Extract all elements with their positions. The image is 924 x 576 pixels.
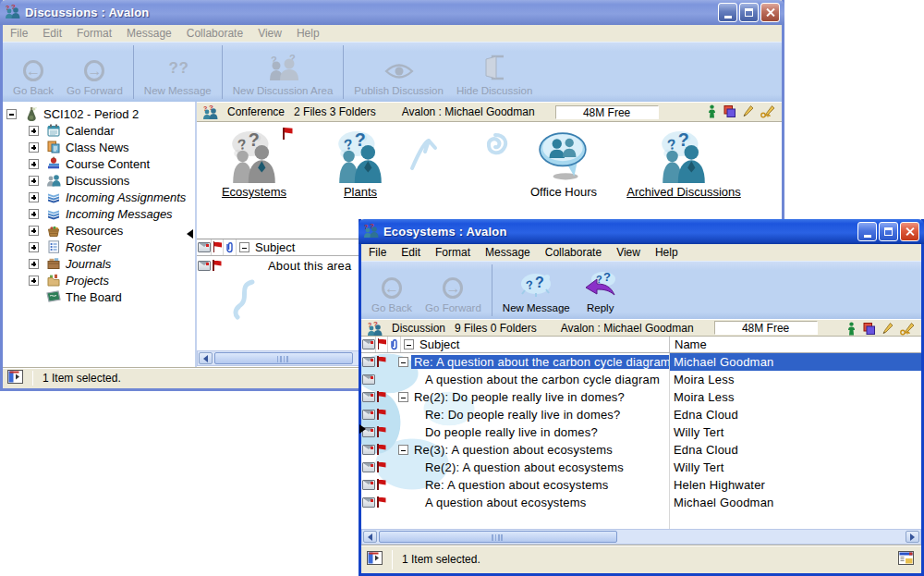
close-button[interactable]	[900, 222, 919, 241]
panel-toggle-icon[interactable]	[7, 370, 23, 386]
minimize-button[interactable]	[857, 222, 877, 241]
desktop-icon-archived-discussions[interactable]: ? ? Archived Discussions	[614, 129, 753, 199]
tree-item-discussions[interactable]: Discussions	[3, 172, 195, 189]
message-row[interactable]: Re(3): A question about ecosystemsEdna C…	[361, 441, 921, 459]
go-forward-button[interactable]: →Go Forward	[60, 44, 129, 100]
titlebar[interactable]: ? ? Ecosystems : Avalon	[359, 219, 924, 244]
tree-item-class-news[interactable]: Class News	[3, 139, 195, 155]
message-row[interactable]: A question about ecosystemsMichael Goodm…	[361, 494, 921, 511]
tree-item-the-board[interactable]: The Board	[3, 288, 195, 305]
green-person-icon[interactable]	[846, 322, 857, 336]
message-row[interactable]: A question about the carbon cycle diagra…	[361, 371, 921, 388]
pencil-key-icon[interactable]	[899, 322, 916, 336]
new-discussion-area-button[interactable]: ? ? New Discussion Area	[226, 44, 340, 100]
envelope-column-icon[interactable]	[361, 337, 376, 352]
plus-expander-icon[interactable]	[29, 142, 39, 153]
publish-discussion-button[interactable]: Publish Discussion	[347, 44, 450, 100]
plus-expander-icon[interactable]	[29, 176, 39, 186]
menu-view[interactable]: View	[609, 246, 648, 259]
envelope-column-icon[interactable]	[197, 239, 212, 255]
menu-message[interactable]: Message	[478, 246, 538, 259]
horizontal-scrollbar[interactable]	[361, 529, 921, 545]
menu-collaborate[interactable]: Collaborate	[179, 27, 250, 40]
menu-message[interactable]: Message	[119, 27, 179, 40]
pencil-icon[interactable]	[881, 322, 894, 336]
view-layout-icon[interactable]	[898, 551, 914, 568]
pencil-icon[interactable]	[742, 104, 754, 118]
desktop-icon-office-hours[interactable]: Office Hours	[494, 129, 633, 199]
message-row[interactable]: Re: A question about the carbon cycle di…	[361, 353, 921, 371]
pencil-key-icon[interactable]	[760, 104, 776, 118]
tree-item-calendar[interactable]: Calendar	[3, 122, 195, 139]
minimize-button[interactable]	[718, 3, 737, 22]
desktop-icon-label[interactable]: Office Hours	[530, 185, 597, 199]
message-row[interactable]: Re: A question about ecosystemsHelen Hig…	[361, 476, 921, 494]
splitter-collapse-icon[interactable]	[182, 229, 193, 239]
subject-column-header[interactable]: Subject	[255, 240, 295, 254]
paperclip-column-icon[interactable]	[388, 337, 401, 352]
minus-expander-icon[interactable]	[398, 392, 408, 402]
desktop-icon-label[interactable]: Ecosystems	[222, 185, 286, 199]
flag-column-icon[interactable]	[212, 239, 224, 255]
scrollbar-thumb[interactable]	[214, 352, 353, 364]
layered-squares-icon[interactable]	[862, 322, 876, 336]
subject-column-header[interactable]: Subject	[419, 337, 669, 351]
tree-item-incoming-messages[interactable]: Incoming Messages	[3, 205, 195, 222]
message-row[interactable]: Re(2): Do people really live in domes?Mo…	[361, 388, 921, 406]
message-row[interactable]: Re(2): A question about ecosystemsWilly …	[361, 459, 921, 476]
menu-format[interactable]: Format	[69, 27, 119, 40]
plus-expander-icon[interactable]	[29, 242, 39, 252]
tree-item-course-content[interactable]: Course Content	[3, 155, 195, 172]
titlebar[interactable]: ? ? Discussions : Avalon	[0, 0, 784, 25]
go-forward-button[interactable]: →Go Forward	[419, 263, 488, 317]
maximize-button[interactable]	[739, 3, 759, 22]
close-button[interactable]	[760, 3, 780, 22]
tree-item-resources[interactable]: Resources	[3, 222, 195, 239]
collapse-all-icon[interactable]	[401, 337, 416, 352]
desktop-icon-label[interactable]: Plants	[344, 185, 377, 199]
new-message-button[interactable]: ? ?New Message	[138, 44, 218, 100]
tree-item-projects[interactable]: Projects	[3, 272, 195, 288]
scrollbar-thumb[interactable]	[379, 531, 617, 543]
message-row[interactable]: Do people really live in domes?Willy Ter…	[361, 423, 921, 441]
message-row[interactable]: Re: Do people really live in domes?Edna …	[361, 406, 921, 423]
desktop-icon-plants[interactable]: ? ? Plants	[291, 129, 430, 199]
minus-expander-icon[interactable]	[398, 445, 408, 455]
hide-discussion-button[interactable]: Hide Discussion	[450, 44, 539, 100]
tree-item-incoming-assignments[interactable]: Incoming Assignments	[3, 189, 195, 205]
menu-file[interactable]: File	[361, 246, 394, 259]
panel-toggle-icon[interactable]	[367, 551, 383, 568]
minus-expander-icon[interactable]	[6, 109, 17, 119]
name-column-header[interactable]: Name	[669, 337, 921, 352]
menu-format[interactable]: Format	[428, 246, 478, 259]
flag-column-icon[interactable]	[376, 337, 388, 352]
collapse-all-icon[interactable]	[237, 239, 251, 255]
layered-squares-icon[interactable]	[723, 104, 736, 118]
plus-expander-icon[interactable]	[29, 259, 39, 269]
tree-item-roster[interactable]: Roster	[3, 239, 195, 255]
plus-expander-icon[interactable]	[29, 126, 39, 136]
menu-help[interactable]: Help	[289, 27, 327, 40]
menu-collaborate[interactable]: Collaborate	[538, 246, 609, 259]
go-back-button[interactable]: ←Go Back	[6, 44, 60, 100]
tree-item-sci102-period-2[interactable]: SCI102 - Period 2	[3, 105, 195, 122]
menu-help[interactable]: Help	[648, 246, 686, 259]
plus-expander-icon[interactable]	[29, 209, 39, 219]
new-message-button[interactable]: ? ?New Message	[496, 263, 577, 317]
reply-button[interactable]: ? ? Reply	[577, 263, 625, 317]
green-person-icon[interactable]	[707, 104, 717, 118]
column-divider[interactable]	[669, 353, 670, 529]
menu-edit[interactable]: Edit	[394, 246, 428, 259]
plus-expander-icon[interactable]	[29, 276, 39, 286]
paperclip-column-icon[interactable]	[224, 239, 237, 255]
plus-expander-icon[interactable]	[29, 226, 39, 236]
plus-expander-icon[interactable]	[29, 192, 39, 202]
desktop-icon-label[interactable]: Archived Discussions	[626, 185, 741, 199]
minus-expander-icon[interactable]	[398, 357, 408, 367]
plus-expander-icon[interactable]	[29, 159, 39, 169]
scroll-left-button[interactable]	[199, 352, 213, 364]
go-back-button[interactable]: ←Go Back	[365, 263, 419, 317]
menu-file[interactable]: File	[3, 27, 35, 40]
scroll-left-button[interactable]	[363, 531, 377, 543]
maximize-button[interactable]	[879, 222, 898, 241]
